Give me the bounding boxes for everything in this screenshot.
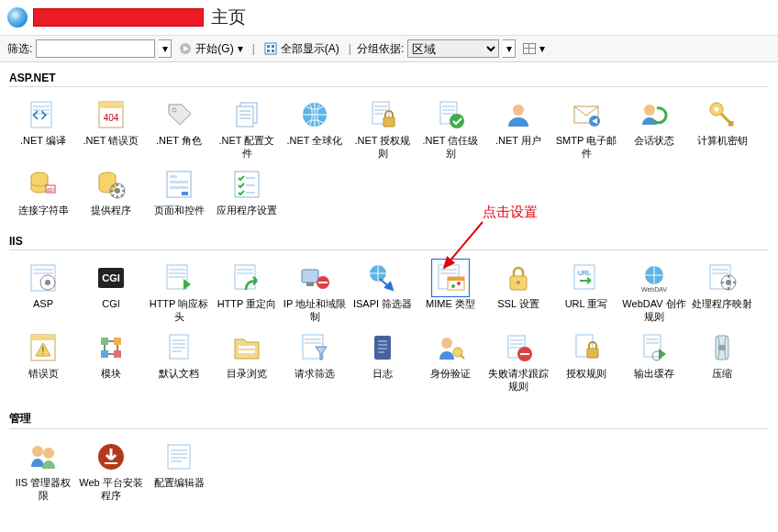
feature-ip-domain-restrictions[interactable]: IP 地址和域限制 [281,258,349,327]
feature-label: 计算机密钥 [697,135,748,148]
provider-icon [94,168,128,201]
tag-icon [162,98,195,131]
feature-web-platform-installer[interactable]: Web 平台安装程序 [77,437,145,506]
feature-net-profile[interactable]: .NET 配置文件 [213,94,281,164]
svg-rect-6 [272,50,274,52]
feature-label: 错误页 [28,368,59,381]
group-dropdown[interactable]: ▾ [503,39,516,58]
view-grid-button[interactable]: ▾ [519,42,549,55]
feature-isapi-filters[interactable]: ISAPI 筛选器 [349,258,417,327]
group-by-select[interactable]: 区域 [407,39,499,58]
feature-label: .NET 错误页 [83,135,139,148]
feature-label: .NET 编译 [20,135,66,148]
files-icon [230,98,263,131]
feature-http-redirect[interactable]: HTTP 重定向 [213,258,281,327]
feature-net-globalization[interactable]: .NET 全球化 [281,94,349,164]
feature-label: MIME 类型 [426,298,475,311]
icon-grid: ASPCGIHTTP 响应标头HTTP 重定向IP 地址和域限制ISAPI 筛选… [9,258,769,396]
feature-label: SSL 设置 [497,298,539,311]
feature-iis-manager-permissions[interactable]: IIS 管理器权限 [9,437,77,506]
mail-icon [570,98,603,131]
feature-handler-mappings[interactable]: 处理程序映射 [688,258,756,327]
feature-request-filtering[interactable]: 请求筛选 [281,327,349,397]
feature-net-trust-levels[interactable]: .NET 信任级别 [417,94,484,164]
play-icon [179,42,192,55]
icon-grid: .NET 编译.NET 错误页.NET 角色.NET 配置文件.NET 全球化.… [9,94,769,220]
feature-smtp-email[interactable]: SMTP 电子邮件 [552,94,620,164]
confedit-icon [162,440,195,473]
feature-cgi[interactable]: CGI [77,258,145,327]
feature-compression[interactable]: 压缩 [688,327,756,397]
feature-asp[interactable]: ASP [9,258,77,327]
feature-label: 日志 [372,368,393,381]
feature-label: URL 重写 [565,298,608,311]
feature-label: 提供程序 [91,205,131,217]
feature-label: .NET 授权规则 [350,135,415,161]
feature-ssl-settings[interactable]: SSL 设置 [484,258,552,327]
authrules-icon [570,331,603,364]
asp-icon [27,261,60,294]
show-all-button[interactable]: 全部显示(A) [261,41,343,57]
feature-configuration-editor[interactable]: 配置编辑器 [145,437,213,506]
group-by-label: 分组依据: [357,41,404,57]
failtrace-icon [502,331,535,364]
globe-icon [298,98,331,131]
feature-default-document[interactable]: 默认文档 [145,327,213,397]
feature-authentication[interactable]: 身份验证 [417,327,484,397]
feature-directory-browsing[interactable]: 目录浏览 [213,327,281,397]
svg-rect-2 [265,43,276,54]
feature-connection-strings[interactable]: 连接字符串 [9,164,77,221]
feature-url-rewrite[interactable]: URL 重写 [552,258,620,327]
filter-dropdown[interactable]: ▾ [159,39,172,58]
feature-app-settings[interactable]: 应用程序设置 [213,164,281,221]
feature-label: 处理程序映射 [692,298,752,311]
feature-modules[interactable]: 模块 [77,327,145,397]
feature-label: 配置编辑器 [154,477,205,490]
feature-label: IP 地址和域限制 [283,298,347,324]
feature-webdav-authoring[interactable]: WebDAV 创作规则 [620,258,688,327]
wpi-icon [94,440,128,473]
start-button[interactable]: 开始(G) ▾ [175,41,246,57]
feature-machine-key[interactable]: 计算机密钥 [688,94,756,164]
feature-net-authorization[interactable]: .NET 授权规则 [349,94,417,164]
feature-http-response-headers[interactable]: HTTP 响应标头 [145,258,213,327]
feature-label: .NET 信任级别 [418,135,483,161]
webdav-icon [638,261,671,294]
feature-label: WebDAV 创作规则 [622,298,686,324]
feature-label: ASP [33,298,53,311]
feature-net-roles[interactable]: .NET 角色 [145,94,213,164]
feature-providers[interactable]: 提供程序 [77,164,145,221]
svg-rect-3 [267,45,270,48]
feature-mime-types[interactable]: MIME 类型 [417,258,484,327]
feature-failed-request-tracing[interactable]: 失败请求跟踪规则 [484,327,552,397]
feature-label: CGI [102,298,120,311]
feature-label: .NET 全球化 [287,135,343,148]
compile-icon [27,98,60,131]
feature-label: 应用程序设置 [217,205,277,217]
feature-label: SMTP 电子邮件 [554,135,618,161]
feature-label: 输出缓存 [634,368,674,381]
feature-output-caching[interactable]: 输出缓存 [620,327,688,397]
show-all-icon [264,42,277,55]
feature-authorization-rules[interactable]: 授权规则 [552,327,620,397]
feature-net-users[interactable]: .NET 用户 [484,94,552,164]
urlrw-icon [570,261,603,294]
handler-icon [706,261,739,294]
feature-pages-controls[interactable]: 页面和控件 [145,164,213,221]
feature-label: 失败请求跟踪规则 [486,368,550,393]
feature-net-compile[interactable]: .NET 编译 [9,94,77,164]
feature-logging[interactable]: 日志 [349,327,417,397]
server-name-redacted [33,8,204,27]
filter-input[interactable] [36,39,155,58]
feature-net-error-pages[interactable]: .NET 错误页 [77,94,145,164]
user-icon [502,98,535,131]
svg-rect-5 [267,50,270,52]
feature-label: HTTP 重定向 [217,298,277,311]
feature-session-state[interactable]: 会话状态 [620,94,688,164]
filelock-icon [366,98,399,131]
page-title: 主页 [211,6,246,29]
feature-error-pages[interactable]: 错误页 [9,327,77,397]
feature-label: Web 平台安装程序 [79,477,143,503]
auth-icon [434,331,467,364]
httphead-icon [162,261,195,294]
